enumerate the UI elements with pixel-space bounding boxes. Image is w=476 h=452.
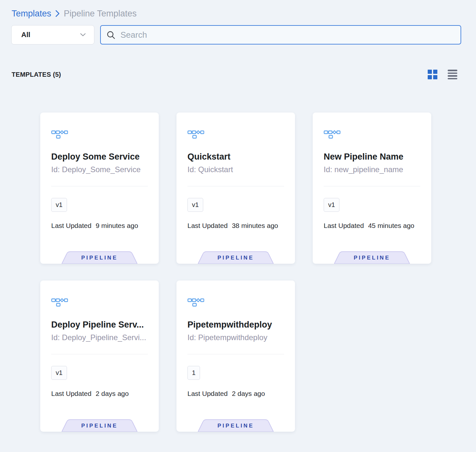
pipeline-tag-label: PIPELINE xyxy=(334,255,410,261)
last-updated-label: Last Updated xyxy=(187,222,228,230)
template-card[interactable]: Deploy Some Service Id: Deploy_Some_Serv… xyxy=(40,113,159,264)
last-updated-value: 38 minutes ago xyxy=(232,222,278,230)
version-badge: v1 xyxy=(187,198,203,212)
card-divider xyxy=(187,354,284,354)
chevron-down-icon xyxy=(80,32,86,38)
template-cards-grid: Deploy Some Service Id: Deploy_Some_Serv… xyxy=(40,113,431,432)
last-updated-row: Last Updated 45 minutes ago xyxy=(324,222,420,230)
template-title: New Pipeline Name xyxy=(324,152,420,162)
last-updated-row: Last Updated 9 minutes ago xyxy=(51,222,148,230)
pipeline-graph-icon xyxy=(187,297,204,307)
last-updated-value: 45 minutes ago xyxy=(368,222,414,230)
search-box xyxy=(100,25,461,44)
pipeline-tag: PIPELINE xyxy=(198,251,274,264)
search-input[interactable] xyxy=(120,30,455,40)
template-id: Id: Quickstart xyxy=(187,165,284,174)
pipeline-tag: PIPELINE xyxy=(334,251,410,264)
pipeline-tag-label: PIPELINE xyxy=(198,255,274,261)
template-card[interactable]: Deploy Pipeline Serv... Id: Deploy_Pipel… xyxy=(40,280,159,432)
template-title: Quickstart xyxy=(187,152,284,162)
version-badge: v1 xyxy=(324,198,339,212)
last-updated-row: Last Updated 38 minutes ago xyxy=(187,222,284,230)
list-view-icon[interactable] xyxy=(448,70,457,79)
template-id: Id: Deploy_Pipeline_Servi... xyxy=(51,333,148,342)
pipeline-tag: PIPELINE xyxy=(62,419,138,432)
template-id: Id: Deploy_Some_Service xyxy=(51,165,148,174)
template-title: Deploy Pipeline Serv... xyxy=(51,320,148,330)
template-card[interactable]: New Pipeline Name Id: new_pipeline_name … xyxy=(313,113,431,264)
chevron-right-icon xyxy=(55,10,60,17)
last-updated-label: Last Updated xyxy=(51,222,91,230)
pipeline-templates-page: Templates Pipeline Templates All TEMPLAT… xyxy=(0,0,476,452)
pipeline-graph-icon xyxy=(51,129,68,139)
breadcrumb-templates-link[interactable]: Templates xyxy=(12,8,51,19)
template-title: Deploy Some Service xyxy=(51,152,148,162)
version-badge: 1 xyxy=(187,366,200,380)
last-updated-label: Last Updated xyxy=(324,222,364,230)
view-toggle xyxy=(428,70,457,79)
pipeline-tag: PIPELINE xyxy=(62,251,138,264)
pipeline-tag-label: PIPELINE xyxy=(62,255,138,261)
template-card[interactable]: Quickstart Id: Quickstart v1 Last Update… xyxy=(176,113,295,264)
template-title: Pipetempwithdeploy xyxy=(187,320,284,330)
last-updated-row: Last Updated 2 days ago xyxy=(51,390,148,398)
pipeline-graph-icon xyxy=(51,297,68,307)
card-divider xyxy=(324,186,420,186)
card-divider xyxy=(51,186,148,186)
last-updated-value: 2 days ago xyxy=(96,390,129,398)
breadcrumb: Templates Pipeline Templates xyxy=(12,8,137,19)
scope-filter-value: All xyxy=(21,31,30,39)
pipeline-tag: PIPELINE xyxy=(198,419,274,432)
version-badge: v1 xyxy=(51,198,67,212)
pipeline-tag-label: PIPELINE xyxy=(62,423,138,429)
template-id: Id: Pipetempwithdeploy xyxy=(187,333,284,342)
version-badge: v1 xyxy=(51,366,67,380)
scope-filter-dropdown[interactable]: All xyxy=(11,25,94,44)
card-divider xyxy=(51,354,148,354)
last-updated-value: 2 days ago xyxy=(232,390,265,398)
pipeline-graph-icon xyxy=(324,129,340,139)
grid-view-icon[interactable] xyxy=(428,70,437,79)
last-updated-value: 9 minutes ago xyxy=(96,222,138,230)
template-id: Id: new_pipeline_name xyxy=(324,165,420,174)
pipeline-graph-icon xyxy=(187,129,204,139)
template-card[interactable]: Pipetempwithdeploy Id: Pipetempwithdeplo… xyxy=(176,280,295,432)
card-divider xyxy=(187,186,284,186)
section-header: TEMPLATES (5) xyxy=(12,70,457,79)
breadcrumb-current: Pipeline Templates xyxy=(64,8,137,19)
last-updated-label: Last Updated xyxy=(187,390,228,398)
search-icon xyxy=(107,31,115,39)
filter-controls: All xyxy=(11,25,461,44)
templates-count-heading: TEMPLATES (5) xyxy=(12,71,61,78)
last-updated-row: Last Updated 2 days ago xyxy=(187,390,284,398)
last-updated-label: Last Updated xyxy=(51,390,91,398)
pipeline-tag-label: PIPELINE xyxy=(198,423,274,429)
